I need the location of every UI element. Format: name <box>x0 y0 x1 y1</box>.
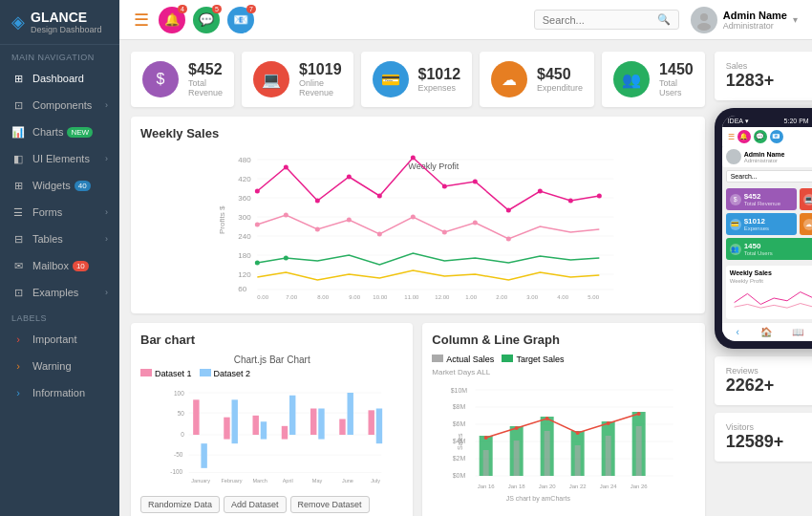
svg-point-33 <box>284 213 288 218</box>
notification-btn-pink[interactable]: 🔔 4 <box>159 7 185 33</box>
legend-dataset2-rect <box>200 369 211 376</box>
sidebar-item-ui-elements[interactable]: ◧ UI Elements › <box>0 145 119 172</box>
phone-topbar-icons: 🔔 💬 📧 <box>737 130 783 143</box>
phone-icon-1: 🔔 <box>737 130 751 143</box>
stat-mini-reviews: Reviews 2262+ <box>715 356 812 405</box>
randomize-data-button[interactable]: Randomize Data <box>140 496 220 513</box>
arrow-icon: › <box>105 234 108 244</box>
svg-text:240: 240 <box>238 232 251 241</box>
svg-text:January: January <box>191 478 210 484</box>
col-line-svg: $10M $8M $6M $4M $2M $0M Sales <box>432 378 694 503</box>
svg-text:Jan 26: Jan 26 <box>630 484 649 489</box>
notification-badge: 4 <box>178 5 187 13</box>
svg-text:50: 50 <box>178 410 185 417</box>
arrow-icon: › <box>105 100 108 110</box>
svg-point-41 <box>255 261 260 266</box>
sidebar-item-label: Mailbox <box>32 260 69 271</box>
arrow-icon: › <box>105 207 108 217</box>
svg-text:May: May <box>312 478 323 484</box>
sidebar-item-label: Components <box>32 99 92 111</box>
svg-point-25 <box>411 156 416 161</box>
svg-point-23 <box>347 175 352 180</box>
sidebar-item-information[interactable]: › Information <box>0 379 119 406</box>
sidebar-item-examples[interactable]: ⊡ Examples › <box>0 279 119 306</box>
reviews-value: 2262+ <box>726 376 812 396</box>
svg-rect-75 <box>318 409 324 440</box>
phone-weekly: Weekly Sales Weekly Profit <box>726 266 812 319</box>
users-label: Total Users <box>659 78 694 97</box>
phone-icon-3: 📧 <box>770 130 783 143</box>
svg-text:7.00: 7.00 <box>286 294 297 300</box>
svg-text:February: February <box>222 478 243 484</box>
svg-text:180: 180 <box>238 251 251 260</box>
phone-nav-home[interactable]: 🏠 <box>760 327 772 337</box>
svg-point-0 <box>700 13 708 21</box>
svg-text:480: 480 <box>238 156 251 164</box>
phone-nav-book[interactable]: 📖 <box>792 327 803 337</box>
svg-rect-108 <box>545 431 550 476</box>
svg-rect-109 <box>575 445 581 476</box>
bar-chart-title: Bar chart <box>140 333 403 347</box>
admin-info[interactable]: Admin Name Administrator ▾ <box>691 7 798 33</box>
svg-rect-68 <box>224 418 229 440</box>
sidebar-item-important[interactable]: › Important <box>0 326 119 353</box>
tables-icon: ⊟ <box>11 232 25 246</box>
sidebar-item-label: Forms <box>32 206 62 218</box>
sales-value: 1283+ <box>726 71 812 91</box>
charts-icon: 📊 <box>11 125 25 139</box>
svg-text:$6M: $6M <box>453 420 466 427</box>
target-sales-label: Target Sales <box>516 355 564 364</box>
widgets-badge: 40 <box>75 181 91 191</box>
menu-button[interactable]: ☰ <box>134 10 149 31</box>
phone-stat-revenue: $ $452 Total Revenue <box>726 188 797 210</box>
notification-btn-blue[interactable]: 📧 7 <box>227 7 254 33</box>
sidebar-item-mailbox[interactable]: ✉ Mailbox 10 <box>0 252 119 279</box>
phone-stat-expenditure: ☁ $450 Expenditure <box>800 213 812 235</box>
sidebar-item-dashboard[interactable]: ⊞ Dashboard <box>0 65 119 92</box>
chat-badge: 5 <box>212 5 222 13</box>
svg-text:300: 300 <box>238 213 251 222</box>
legend-dataset1-label: Dataset 1 <box>155 369 192 378</box>
stat-card-users: 👥 1450 Total Users <box>602 52 705 107</box>
phone-search: Search... <box>726 170 812 183</box>
sidebar-item-warning[interactable]: › Warning <box>0 353 119 379</box>
expenses-value: $1012 <box>418 66 461 83</box>
sidebar-item-components[interactable]: ⊡ Components › <box>0 92 119 118</box>
search-input[interactable] <box>543 14 657 26</box>
stat-card-revenue: $ $452 Total Revenue <box>131 52 234 107</box>
notification-btn-green[interactable]: 💬 5 <box>193 7 220 33</box>
svg-point-26 <box>442 184 447 189</box>
svg-text:0: 0 <box>181 431 184 438</box>
topbar-icons: 🔔 4 💬 5 📧 7 <box>159 7 254 33</box>
expenditure-icon: ☁ <box>491 61 527 97</box>
add-dataset-button[interactable]: Add Dataset <box>224 496 287 513</box>
content-right: Sales 1283+ IDEA ▾ 5:20 PM 90% 🔋 <box>715 52 812 505</box>
phone-online-icon: 💻 <box>803 194 812 205</box>
remove-dataset-button[interactable]: Remove Dataset <box>290 496 370 513</box>
content-area: $ $452 Total Revenue 💻 $1019 Online Reve… <box>119 40 812 516</box>
legend-dataset1-rect <box>140 369 152 376</box>
sidebar-item-forms[interactable]: ☰ Forms › <box>0 199 119 226</box>
stat-card-online-revenue: 💻 $1019 Online Revenue <box>242 52 353 107</box>
phone-mockup: IDEA ▾ 5:20 PM 90% 🔋 ☰ 🔔 💬 📧 <box>715 108 812 349</box>
sidebar-item-tables[interactable]: ⊟ Tables › <box>0 226 119 252</box>
svg-text:-50: -50 <box>174 451 183 458</box>
svg-point-22 <box>315 199 320 204</box>
sidebar-item-label: Charts <box>32 126 63 138</box>
svg-text:4.00: 4.00 <box>557 294 568 300</box>
sidebar-item-charts[interactable]: 📊 Charts NEW <box>0 118 119 145</box>
phone-nav-left[interactable]: ‹ <box>737 327 739 337</box>
svg-text:JS chart by amCharts: JS chart by amCharts <box>506 495 571 503</box>
sidebar-item-widgets[interactable]: ⊞ Widgets 40 <box>0 172 119 199</box>
svg-text:420: 420 <box>238 175 251 183</box>
search-box: 🔍 <box>534 10 679 30</box>
bar-chart-subtitle: Chart.js Bar Chart <box>140 355 403 365</box>
phone-stat-cards: $ $452 Total Revenue 💻 $1019 <box>726 188 812 235</box>
svg-point-112 <box>484 436 488 440</box>
svg-point-30 <box>568 199 573 204</box>
stat-mini-visitors: Visitors 12589+ <box>715 413 812 462</box>
online-revenue-icon: 💻 <box>253 61 289 97</box>
expenditure-label: Expenditure <box>537 83 583 93</box>
bottom-charts-row: Bar chart Chart.js Bar Chart Dataset 1 D… <box>131 323 705 516</box>
svg-rect-70 <box>253 416 259 435</box>
